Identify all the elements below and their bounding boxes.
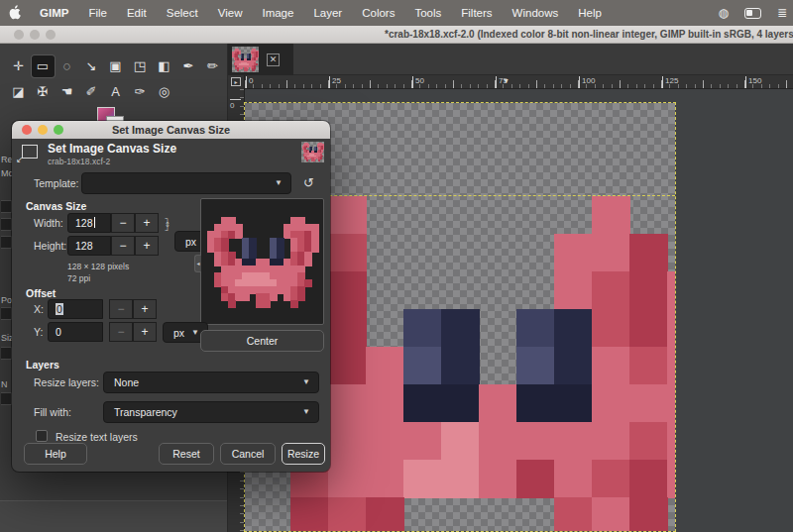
reset-button[interactable]: Reset <box>159 443 214 465</box>
template-dropdown[interactable]: ▼ <box>81 172 291 194</box>
dialog-close-button[interactable] <box>22 125 32 135</box>
horizontal-ruler-tick-label: 25 <box>329 76 341 88</box>
menu-item-filters[interactable]: Filters <box>451 7 502 19</box>
menu-item-help[interactable]: Help <box>568 7 612 19</box>
crab-pixel <box>318 160 320 161</box>
tab-close-icon[interactable]: ✕ <box>267 53 280 66</box>
chevron-down-icon: ▼ <box>275 173 283 193</box>
image-tab-strip: ✕ <box>228 44 793 75</box>
crop-tool[interactable]: ▣ <box>104 55 127 77</box>
airbrush-tool[interactable]: ✑ <box>129 81 152 103</box>
resize-layers-dropdown[interactable]: None ▼ <box>103 372 319 393</box>
crab-pixel <box>366 422 404 461</box>
width-input[interactable]: 128 <box>67 213 111 233</box>
menu-item-layer[interactable]: Layer <box>303 7 352 19</box>
text-caret <box>94 217 95 228</box>
crab-pixel <box>328 309 367 348</box>
resize-button[interactable]: Resize <box>282 443 325 465</box>
window-minimize-button[interactable] <box>30 30 40 40</box>
menu-item-colors[interactable]: Colors <box>352 7 404 19</box>
offset-x-input[interactable]: 0 <box>48 299 103 319</box>
menu-item-image[interactable]: Image <box>252 7 303 19</box>
move-tool[interactable]: ✛ <box>7 55 30 77</box>
crab-pixel <box>252 68 254 70</box>
eraser-tool[interactable]: ◪ <box>7 81 30 103</box>
height-decrement-button[interactable]: − <box>111 236 135 256</box>
crab-pixel <box>667 460 675 498</box>
tool-options-field-stub <box>1 200 12 213</box>
measure-tool[interactable]: ↘ <box>80 55 103 77</box>
paths-tool[interactable]: ✐ <box>80 81 103 103</box>
window-zoom-button[interactable] <box>46 30 56 40</box>
offset-x-decrement-button[interactable]: − <box>109 299 133 319</box>
rectangle-select-tool[interactable]: ▭ <box>32 55 55 77</box>
fill-with-value: Transparency <box>114 406 177 418</box>
crab-pixel <box>228 300 236 308</box>
horizontal-ruler[interactable]: ▼ 0255075100125150 <box>245 75 793 89</box>
crab-pixel <box>516 384 555 423</box>
ruler-corner-menu-button[interactable]: ▸ <box>228 75 245 89</box>
menu-item-gimp[interactable]: GIMP <box>30 7 78 19</box>
screen: GIMPFileEditSelectViewImageLayerColorsTo… <box>0 0 793 532</box>
fill-with-dropdown[interactable]: Transparency ▼ <box>103 401 319 423</box>
gradient-tool[interactable]: ◧ <box>153 55 175 77</box>
image-tab-thumbnail <box>232 47 259 72</box>
offset-y-input[interactable]: 0 <box>48 322 103 342</box>
crab-pixel <box>328 497 367 531</box>
text-tool[interactable]: A <box>104 81 127 103</box>
crab-pixel <box>479 460 517 498</box>
image-tab-crab[interactable]: ✕ <box>228 44 293 75</box>
crab-pixel <box>554 497 593 531</box>
resize-text-layers-checkbox[interactable] <box>36 430 48 442</box>
window-close-button[interactable] <box>14 30 24 40</box>
template-reset-icon[interactable]: ↺ <box>303 175 314 190</box>
crab-pixel <box>328 422 367 461</box>
menu-items: GIMPFileEditSelectViewImageLayerColorsTo… <box>30 7 612 19</box>
chain-link-icon[interactable]: ┐⇕┘ <box>162 216 173 234</box>
crab-pixel <box>479 384 517 423</box>
crab-pixel <box>313 160 315 161</box>
free-select-tool[interactable]: ◌ <box>56 55 78 77</box>
ink-tool[interactable]: ✒ <box>177 55 200 77</box>
clone-tool[interactable]: ✠ <box>32 81 55 103</box>
menu-list-icon[interactable]: ≣ <box>777 6 787 20</box>
dialog-minimize-button[interactable] <box>38 125 48 135</box>
preview-handle[interactable]: ◂ <box>194 255 201 272</box>
crab-pixel <box>554 422 593 461</box>
crab-pixel <box>554 309 593 348</box>
offset-y-increment-button[interactable]: + <box>133 322 157 342</box>
height-increment-button[interactable]: + <box>135 236 159 256</box>
menu-item-windows[interactable]: Windows <box>503 7 569 19</box>
pencil-tool[interactable]: ✏ <box>201 55 224 77</box>
crab-pixel <box>629 384 668 423</box>
dialog-zoom-button[interactable] <box>54 125 63 135</box>
menu-item-file[interactable]: File <box>78 7 117 19</box>
height-input[interactable]: 128 <box>67 236 111 256</box>
help-button[interactable]: Help <box>24 443 87 465</box>
zoom-tool[interactable]: ◎ <box>153 81 175 103</box>
apple-menu-icon[interactable] <box>0 5 30 22</box>
transform-tool[interactable]: ◳ <box>129 55 152 77</box>
canvas-preview[interactable]: ◂ <box>200 198 324 325</box>
cancel-button[interactable]: Cancel <box>220 443 276 465</box>
shield-status-icon[interactable]: ◍ <box>718 6 728 20</box>
center-button[interactable]: Center <box>200 330 324 352</box>
menu-item-edit[interactable]: Edit <box>117 7 157 19</box>
layers-section-label: Layers <box>26 359 59 371</box>
offset-y-decrement-button[interactable]: − <box>109 322 133 342</box>
width-decrement-button[interactable]: − <box>111 213 135 233</box>
offset-x-increment-button[interactable]: + <box>133 299 157 319</box>
dialog-header-title: Set Image Canvas Size <box>48 142 176 156</box>
crab-pixel <box>479 422 517 461</box>
crab-pixel <box>667 422 675 461</box>
chevron-down-icon: ▼ <box>302 402 310 422</box>
crab-pixel <box>592 384 630 423</box>
menu-item-view[interactable]: View <box>208 7 253 19</box>
menu-item-select[interactable]: Select <box>157 7 208 19</box>
crab-pixel <box>629 271 668 310</box>
control-center-icon[interactable] <box>744 8 761 19</box>
dialog-image-thumbnail <box>301 142 324 162</box>
menu-item-tools[interactable]: Tools <box>404 7 451 19</box>
width-increment-button[interactable]: + <box>135 213 159 233</box>
smudge-tool[interactable]: ☚ <box>56 81 78 103</box>
